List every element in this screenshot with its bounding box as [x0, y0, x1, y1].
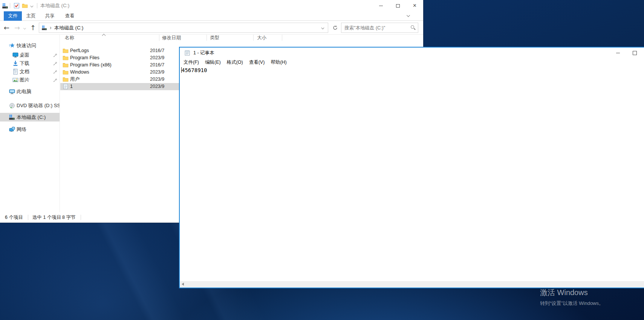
- ribbon-collapse-icon[interactable]: [407, 14, 410, 17]
- column-divider[interactable]: [282, 35, 282, 41]
- back-button[interactable]: ←: [4, 21, 9, 35]
- sidebar-item-desktop[interactable]: 桌面: [0, 51, 60, 59]
- file-date: 2016/7: [150, 47, 164, 54]
- up-button[interactable]: ↑: [30, 21, 36, 35]
- new-folder-icon[interactable]: [22, 3, 28, 9]
- explorer-titlebar[interactable]: 本地磁盘 (C:) ×: [0, 0, 423, 11]
- drive-icon: [42, 25, 47, 31]
- file-date: 2023/9: [150, 76, 164, 83]
- breadcrumb[interactable]: 本地磁盘 (C:): [54, 23, 83, 32]
- notepad-text-area[interactable]: 45678910: [180, 66, 644, 281]
- notepad-horizontal-scrollbar[interactable]: [180, 281, 644, 288]
- qat-dropdown-icon[interactable]: [31, 5, 34, 8]
- pin-icon: [53, 61, 58, 66]
- watermark-title: 激活 Windows: [540, 288, 604, 298]
- sidebar-item-label: DVD 驱动器 (D:) SSS: [17, 103, 60, 108]
- qat-separator: [10, 3, 10, 8]
- folder-icon: [63, 69, 69, 75]
- recent-locations-icon[interactable]: [23, 27, 26, 29]
- column-header-date[interactable]: 修改日期: [162, 33, 181, 42]
- tab-share[interactable]: 共享: [41, 11, 59, 21]
- minimize-icon: [379, 6, 383, 6]
- column-divider[interactable]: [159, 35, 159, 41]
- refresh-button[interactable]: [330, 23, 340, 33]
- sidebar-divider: [60, 35, 60, 212]
- minimize-icon: [616, 53, 620, 53]
- properties-check-icon[interactable]: [14, 3, 20, 9]
- notepad-icon: [184, 50, 190, 56]
- notepad-minimize-button[interactable]: [609, 48, 626, 58]
- menu-file[interactable]: 文件(F): [181, 58, 202, 66]
- file-date: 2023/9: [150, 83, 164, 90]
- menu-help[interactable]: 帮助(H): [268, 58, 289, 66]
- picture-icon: [12, 77, 18, 83]
- desktop: 本地磁盘 (C:) × 文件 主页 共享 查看 ? ← → ↑ ›: [0, 0, 644, 320]
- tab-view[interactable]: 查看: [60, 11, 79, 21]
- activation-watermark: 激活 Windows 转到“设置”以激活 Windows。: [540, 288, 604, 307]
- drive-icon: [2, 3, 8, 9]
- column-divider[interactable]: [207, 35, 207, 41]
- download-icon: [12, 60, 18, 66]
- close-icon: ×: [413, 3, 416, 9]
- status-item-count: 6 个项目: [5, 212, 23, 223]
- explorer-close-button[interactable]: ×: [406, 0, 423, 11]
- address-dropdown-icon[interactable]: [321, 26, 324, 29]
- tab-home[interactable]: 主页: [22, 11, 40, 21]
- quick-access-star-icon: [9, 43, 15, 49]
- notepad-menubar: 文件(F) 编辑(E) 格式(O) 查看(V) 帮助(H): [180, 58, 644, 66]
- tab-file[interactable]: 文件: [4, 11, 22, 21]
- sidebar-item-label: 快速访问: [17, 43, 36, 48]
- sidebar-item-pictures[interactable]: 图片: [0, 76, 60, 84]
- drive-icon: [9, 114, 15, 120]
- refresh-icon: [333, 25, 338, 30]
- scroll-left-icon[interactable]: [182, 283, 184, 286]
- status-item-size: 8 字节: [62, 212, 75, 223]
- menu-format[interactable]: 格式(O): [224, 58, 246, 66]
- status-separator: [28, 215, 28, 220]
- column-header-size[interactable]: 大小: [257, 33, 266, 42]
- notepad-titlebar[interactable]: 1 - 记事本: [180, 48, 644, 58]
- sidebar-item-dvd-drive[interactable]: DVD 驱动器 (D:) SSS: [0, 102, 60, 110]
- text-file-icon: [63, 83, 69, 89]
- status-separator: [81, 215, 81, 220]
- maximize-icon: [396, 4, 400, 8]
- column-divider[interactable]: [253, 35, 254, 41]
- menu-edit[interactable]: 编辑(E): [202, 58, 224, 66]
- pin-icon: [53, 52, 58, 58]
- search-input[interactable]: [344, 23, 405, 32]
- sidebar-item-label: 网络: [17, 126, 26, 132]
- file-name: 1: [70, 83, 73, 90]
- sidebar-item-documents[interactable]: 文档: [0, 68, 60, 76]
- sidebar-item-network[interactable]: 网络: [0, 125, 60, 134]
- document-icon: [12, 69, 18, 75]
- qat-separator-2: [37, 3, 37, 8]
- sidebar-item-quick-access[interactable]: 快速访问: [0, 42, 60, 50]
- sidebar-item-local-disk-c[interactable]: 本地磁盘 (C:): [0, 113, 60, 122]
- sidebar-item-this-pc[interactable]: 此电脑: [0, 88, 60, 96]
- forward-button[interactable]: →: [14, 21, 20, 35]
- pin-icon: [53, 69, 58, 74]
- search-icon[interactable]: [411, 25, 414, 29]
- file-name: 用户: [70, 76, 80, 83]
- folder-icon: [63, 55, 69, 61]
- notepad-maximize-button[interactable]: [626, 48, 643, 58]
- sidebar-item-label: 此电脑: [17, 89, 31, 94]
- explorer-minimize-button[interactable]: [372, 0, 389, 11]
- notepad-content: 45678910: [182, 67, 207, 73]
- menu-view[interactable]: 查看(V): [246, 58, 268, 66]
- desktop-icon: [12, 52, 18, 58]
- column-header-type[interactable]: 类型: [210, 33, 219, 42]
- address-bar[interactable]: › 本地磁盘 (C:): [39, 23, 328, 33]
- sidebar-item-label: 下载: [20, 60, 29, 66]
- breadcrumb-separator-icon: ›: [50, 23, 52, 32]
- column-header-name[interactable]: 名称: [65, 33, 74, 42]
- computer-icon: [9, 89, 15, 95]
- sidebar-item-downloads[interactable]: 下载: [0, 59, 60, 68]
- network-icon: [9, 126, 15, 132]
- explorer-maximize-button[interactable]: [389, 0, 406, 11]
- explorer-toolbar: ← → ↑ › 本地磁盘 (C:): [0, 21, 423, 35]
- file-date: 2023/9: [150, 69, 164, 76]
- sidebar-item-label: 本地磁盘 (C:): [17, 114, 46, 120]
- file-name: PerfLogs: [70, 47, 89, 54]
- notepad-window-title: 1 - 记事本: [193, 48, 214, 58]
